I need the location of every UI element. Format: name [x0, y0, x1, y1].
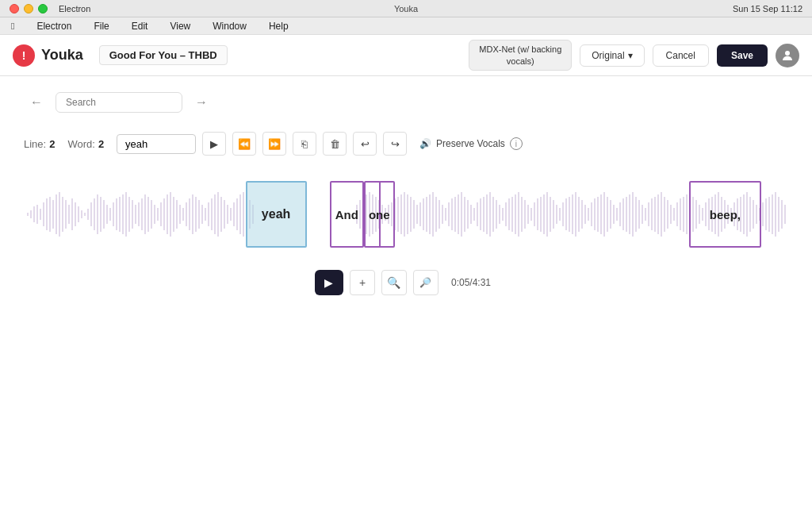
- chevron-down-icon: ▾: [628, 50, 633, 61]
- word-label: Word:: [67, 138, 94, 150]
- preserve-vocals-label: Preserve Vocals: [436, 138, 505, 149]
- title-bar: Electron Youka Sun 15 Sep 11:12: [0, 0, 812, 17]
- add-button[interactable]: +: [350, 270, 375, 295]
- word-info: Word: 2: [67, 138, 104, 150]
- word-value: 2: [98, 138, 104, 150]
- info-icon: i: [510, 137, 523, 150]
- menu-view[interactable]: View: [165, 19, 195, 33]
- word-text-input[interactable]: [117, 134, 196, 154]
- fast-forward-icon: ⏩: [268, 138, 281, 150]
- menu-apple[interactable]: : [6, 19, 19, 33]
- menu-electron[interactable]: Electron: [32, 19, 76, 33]
- rewind-icon: ⏪: [238, 138, 251, 150]
- share-button[interactable]: ⎗: [293, 132, 316, 156]
- main-content: ← → Line: 2 Word: 2 ▶ ⏪ ⏩ ⎗ 🗑 ↩: [0, 76, 812, 508]
- rewind-button[interactable]: ⏪: [232, 132, 256, 156]
- system-datetime: Sun 15 Sep 11:12: [733, 4, 802, 13]
- line-value: 2: [49, 138, 55, 150]
- word-block-and[interactable]: And: [330, 181, 364, 248]
- zoom-out-button[interactable]: 🔎: [413, 270, 439, 295]
- undo-icon: ↩: [361, 138, 370, 150]
- delete-button[interactable]: 🗑: [323, 132, 347, 156]
- app-name: Electron: [59, 4, 90, 13]
- minimize-traffic-light[interactable]: [24, 4, 33, 13]
- menu-help[interactable]: Help: [264, 19, 293, 33]
- line-label: Line:: [24, 138, 46, 150]
- play-word-button[interactable]: ▶: [202, 132, 226, 156]
- model-badge: MDX-Net (w/ backing vocals): [469, 40, 572, 71]
- song-title[interactable]: Good For You – THBD: [99, 45, 228, 65]
- menu-edit[interactable]: Edit: [127, 19, 153, 33]
- play-icon: ▶: [210, 138, 218, 150]
- line-info: Line: 2: [24, 138, 55, 150]
- close-traffic-light[interactable]: [10, 4, 19, 13]
- main-play-icon: ▶: [324, 276, 333, 289]
- preserve-vocals-button[interactable]: 🔊 Preserve Vocals i: [413, 134, 529, 153]
- time-display: 0:05/4:31: [445, 277, 497, 288]
- undo-button[interactable]: ↩: [353, 132, 377, 156]
- redo-button[interactable]: ↪: [383, 132, 407, 156]
- forward-button[interactable]: →: [189, 92, 214, 113]
- search-row: ← →: [24, 92, 788, 113]
- user-avatar[interactable]: [776, 44, 799, 67]
- original-button[interactable]: Original ▾: [580, 44, 644, 67]
- fast-forward-button[interactable]: ⏩: [262, 132, 286, 156]
- save-button[interactable]: Save: [717, 44, 768, 67]
- zoom-in-icon: 🔍: [387, 276, 400, 289]
- share-icon: ⎗: [301, 138, 308, 150]
- svg-point-0: [785, 51, 790, 56]
- header-right: MDX-Net (w/ backing vocals) Original ▾ C…: [469, 40, 799, 71]
- playback-controls: ▶ + 🔍 🔎 0:05/4:31: [24, 270, 788, 295]
- logo-icon: !: [13, 44, 35, 67]
- zoom-in-button[interactable]: 🔍: [381, 270, 407, 295]
- trash-icon: 🗑: [330, 138, 340, 150]
- volume-icon: 🔊: [419, 138, 431, 149]
- plus-icon: +: [359, 276, 366, 289]
- app-logo: ! Youka: [13, 44, 83, 67]
- waveform-visual: [24, 183, 788, 246]
- menu-file[interactable]: File: [89, 19, 113, 33]
- word-block-one[interactable]: one: [364, 181, 395, 248]
- system-info: Sun 15 Sep 11:12: [733, 4, 802, 13]
- waveform-area[interactable]: yeah And one beep,: [24, 175, 788, 254]
- menu-window[interactable]: Window: [208, 19, 251, 33]
- menu-bar:  Electron File Edit View Window Help: [0, 17, 812, 35]
- editor-toolbar: Line: 2 Word: 2 ▶ ⏪ ⏩ ⎗ 🗑 ↩ ↪ 🔊: [24, 125, 788, 162]
- maximize-traffic-light[interactable]: [38, 4, 48, 13]
- cancel-button[interactable]: Cancel: [653, 44, 709, 67]
- back-button[interactable]: ←: [24, 92, 49, 113]
- word-block-beep[interactable]: beep,: [689, 181, 762, 248]
- search-input[interactable]: [56, 92, 182, 113]
- redo-icon: ↪: [391, 138, 400, 150]
- logo-text: Youka: [41, 47, 83, 64]
- window-title: Youka: [394, 4, 418, 13]
- traffic-lights: Electron: [10, 4, 90, 13]
- word-block-yeah[interactable]: yeah: [246, 181, 307, 248]
- zoom-out-icon: 🔎: [419, 277, 431, 288]
- app-header: ! Youka Good For You – THBD MDX-Net (w/ …: [0, 35, 812, 76]
- main-play-button[interactable]: ▶: [315, 270, 343, 295]
